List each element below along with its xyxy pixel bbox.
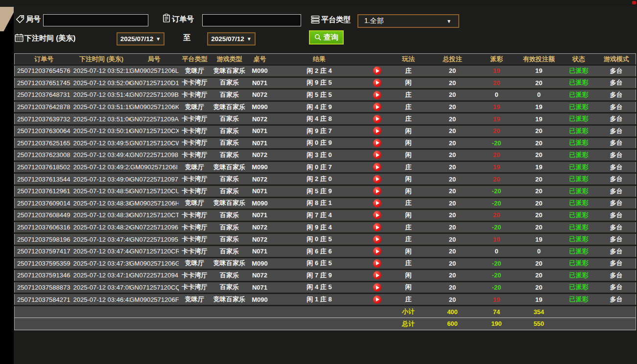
cell-round-no: GM0902571206I	[130, 161, 179, 173]
platform-type-select[interactable]: 1.全部 ▼	[357, 14, 459, 28]
cell-total-bet: 20	[429, 125, 476, 137]
table-row[interactable]: 250712037630064 2025-07-12 03:50:16 GN07…	[15, 125, 636, 137]
cell-game-type: 百家乐	[211, 173, 248, 185]
replay-play-button[interactable]	[373, 271, 381, 279]
table-row[interactable]: 250712037597417 2025-07-12 03:47:44 GN07…	[15, 245, 636, 257]
cell-result: 闲 9 庄 5	[272, 77, 367, 89]
replay-play-button[interactable]	[373, 67, 381, 75]
cell-replay	[367, 173, 388, 185]
replay-play-button[interactable]	[373, 223, 381, 231]
table-row[interactable]: 250712037623008 2025-07-12 03:49:42 GN07…	[15, 149, 636, 161]
table-row[interactable]: 250712037606316 2025-07-12 03:48:26 GN07…	[15, 221, 636, 233]
replay-play-button[interactable]	[373, 163, 381, 171]
cell-replay	[367, 221, 388, 233]
cell-result: 闲 4 庄 8	[272, 113, 367, 125]
cell-game-type: 竞咪百家乐	[211, 257, 248, 270]
table-row[interactable]: 250712037591346 2025-07-12 03:47:16 GN07…	[15, 270, 636, 282]
cell-order-no: 250712037618502	[15, 161, 73, 173]
replay-play-button[interactable]	[373, 103, 381, 111]
cell-game-type: 竞咪百家乐	[211, 65, 248, 77]
replay-play-button[interactable]	[373, 247, 381, 255]
cell-payout: 0	[476, 89, 518, 101]
table-row[interactable]: 250712037625165 2025-07-12 03:49:51 GN07…	[15, 137, 636, 149]
replay-play-button[interactable]	[373, 115, 381, 123]
cell-platform-type: 竞咪厅	[179, 197, 211, 209]
table-row[interactable]: 250712037654576 2025-07-12 03:52:11 GM09…	[15, 65, 636, 77]
round-no-input[interactable]	[43, 14, 148, 26]
play-icon	[376, 273, 379, 277]
cell-game-type: 百家乐	[211, 221, 248, 233]
table-row[interactable]: 250712037598196 2025-07-12 03:47:49 GN07…	[15, 233, 636, 246]
date-to-picker[interactable]: 2025/07/12 ▼	[207, 32, 256, 46]
cell-valid-bet: 20	[518, 281, 561, 294]
cell-play-type: 庄	[388, 197, 429, 209]
cell-game-mode: 多台	[597, 209, 636, 222]
cell-order-no: 250712037642878	[15, 101, 73, 113]
table-row[interactable]: 250712037651745 2025-07-12 03:52:00 GN07…	[15, 77, 636, 89]
replay-play-button[interactable]	[373, 151, 381, 159]
cell-platform-type: 卡卡湾厅	[179, 77, 211, 89]
cell-table-no: N072	[248, 113, 272, 125]
cell-platform-type: 卡卡湾厅	[179, 233, 211, 246]
table-row[interactable]: 250712037618502 2025-07-12 03:49:22 GM09…	[15, 161, 636, 173]
table-row[interactable]: 250712037595359 2025-07-12 03:47:35 GM09…	[15, 257, 636, 270]
play-icon	[376, 69, 379, 73]
order-no-label: 订单号	[172, 15, 194, 24]
table-row[interactable]: 250712037648731 2025-07-12 03:51:42 GN07…	[15, 89, 636, 101]
table-row[interactable]: 250712037584271 2025-07-12 03:46:43 GM09…	[15, 294, 636, 306]
query-button-label: 查询	[324, 33, 338, 42]
replay-play-button[interactable]	[373, 211, 381, 219]
replay-play-button[interactable]	[373, 91, 381, 99]
table-row[interactable]: 250712037609014 2025-07-12 03:48:38 GM09…	[15, 197, 636, 209]
cell-table-no: N071	[248, 281, 272, 294]
table-row[interactable]: 250712037588873 2025-07-12 03:47:05 GN07…	[15, 281, 636, 294]
replay-play-button[interactable]	[373, 259, 381, 268]
table-row[interactable]: 250712037642878 2025-07-12 03:51:15 GM09…	[15, 101, 636, 113]
cell-result: 闲 0 庄 7	[272, 161, 367, 173]
replay-play-button[interactable]	[373, 296, 381, 304]
table-row[interactable]: 250712037612961 2025-07-12 03:48:58 GN07…	[15, 185, 636, 197]
table-header-row: 订单号 下注时间 (美东) 局号 平台类型 游戏类型 桌号 结果 玩法 总投注 …	[15, 54, 636, 65]
table-row[interactable]: 250712037613544 2025-07-12 03:49:00 GN07…	[15, 173, 636, 185]
cell-order-no: 250712037597417	[15, 245, 73, 257]
cell-result: 闲 7 庄 4	[272, 209, 367, 222]
query-button[interactable]: 查询	[309, 30, 344, 45]
cell-table-no: M090	[248, 101, 272, 113]
cell-table-no: N071	[248, 137, 272, 149]
replay-play-button[interactable]	[373, 199, 381, 207]
cell-replay	[367, 197, 388, 209]
chevron-down-icon: ▼	[447, 19, 451, 24]
cell-status: 已派彩	[561, 270, 597, 282]
cell-replay	[367, 245, 388, 257]
cell-play-type: 闲	[388, 125, 429, 137]
table-row[interactable]: 250712037608449 2025-07-12 03:48:36 GN07…	[15, 209, 636, 222]
replay-play-button[interactable]	[373, 235, 381, 244]
bet-records-screen: 局号 订单号 平台类型 1.全部 ▼ 下注时间 (美东) 2025/07/12 …	[0, 0, 637, 364]
cell-payout: 19	[476, 233, 518, 246]
cell-result: 闲 0 庄 5	[272, 233, 367, 246]
replay-play-button[interactable]	[373, 139, 381, 147]
cell-total-bet: 20	[429, 281, 476, 294]
play-icon	[376, 93, 379, 97]
cell-game-mode: 多台	[597, 221, 636, 233]
cell-valid-bet: 19	[518, 233, 561, 246]
cell-total-bet: 20	[429, 161, 476, 173]
play-icon	[376, 189, 379, 193]
cell-total-bet: 20	[429, 245, 476, 257]
replay-play-button[interactable]	[373, 175, 381, 183]
table-row[interactable]: 250712037639732 2025-07-12 03:51:00 GN07…	[15, 113, 636, 125]
replay-play-button[interactable]	[373, 79, 381, 87]
replay-play-button[interactable]	[373, 127, 381, 135]
cell-valid-bet: 20	[518, 149, 561, 161]
server-stack-icon	[311, 15, 320, 24]
cell-order-no: 250712037591346	[15, 270, 73, 282]
cell-bet-time: 2025-07-12 03:52:11	[73, 65, 130, 77]
cell-game-type: 百家乐	[211, 281, 248, 294]
subtotal-total-bet: 400	[429, 305, 476, 318]
cell-payout: -20	[476, 281, 518, 294]
replay-play-button[interactable]	[373, 187, 381, 195]
cell-total-bet: 20	[429, 101, 476, 113]
date-from-picker[interactable]: 2025/07/12 ▼	[117, 32, 165, 46]
order-no-input[interactable]	[202, 14, 301, 26]
replay-play-button[interactable]	[373, 283, 381, 292]
